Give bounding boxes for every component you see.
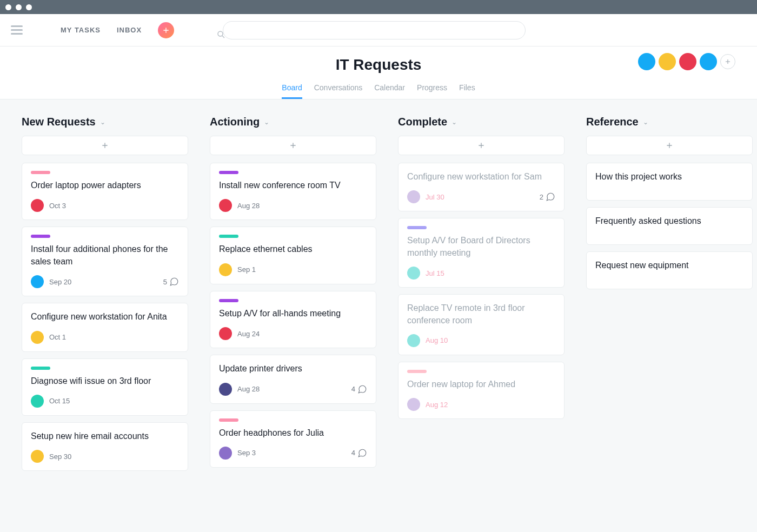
task-card[interactable]: Order laptop power adaptersOct 3 — [22, 163, 188, 220]
card-tag — [407, 370, 427, 373]
card-footer: Aug 28 — [219, 199, 367, 212]
svg-point-0 — [218, 31, 223, 36]
traffic-light-close[interactable] — [5, 4, 11, 10]
card-footer: Oct 1 — [31, 331, 179, 344]
add-card-button[interactable] — [22, 136, 188, 155]
add-member-button[interactable] — [720, 54, 735, 69]
assignee-avatar[interactable] — [407, 190, 420, 203]
card-title: Replace TV remote in 3rd floor conferenc… — [407, 302, 555, 327]
column-header[interactable]: Reference⌄ — [586, 116, 753, 128]
comment-icon — [169, 277, 179, 287]
chevron-down-icon: ⌄ — [100, 118, 105, 126]
project-tabs: BoardConversationsCalendarProgressFiles — [0, 83, 757, 99]
due-date: Jul 15 — [426, 269, 444, 277]
card-footer: Sep 1 — [219, 263, 367, 276]
nav-inbox[interactable]: INBOX — [117, 26, 142, 34]
card-title: Order new laptop for Ahmed — [407, 378, 555, 390]
task-card[interactable]: How this project works — [586, 163, 753, 201]
assignee-avatar[interactable] — [31, 450, 44, 463]
card-title: Configure new workstation for Sam — [407, 171, 555, 183]
top-nav-bar: MY TASKS INBOX — [0, 14, 757, 46]
task-card[interactable]: Configure new workstation for SamJul 302 — [398, 163, 565, 211]
search-input[interactable] — [223, 21, 526, 39]
member-avatar[interactable] — [679, 53, 696, 70]
add-card-button[interactable] — [398, 136, 565, 155]
member-avatar[interactable] — [700, 53, 717, 70]
assignee-avatar[interactable] — [219, 447, 232, 460]
column-header[interactable]: Actioning⌄ — [210, 116, 376, 128]
tab-progress[interactable]: Progress — [417, 83, 447, 99]
task-card[interactable]: Install four additional phones for the s… — [22, 227, 188, 296]
column: Actioning⌄Install new conference room TV… — [210, 116, 376, 474]
assignee-avatar[interactable] — [31, 331, 44, 344]
card-footer: Sep 205 — [31, 275, 179, 288]
assignee-avatar[interactable] — [407, 398, 420, 411]
column-title: Actioning — [210, 116, 260, 128]
chevron-down-icon: ⌄ — [451, 118, 457, 126]
task-card[interactable]: Install new conference room TVAug 28 — [210, 163, 376, 220]
card-title: Update printer drivers — [219, 363, 367, 375]
traffic-light-minimize[interactable] — [16, 4, 22, 10]
task-card[interactable]: Diagnose wifi issue on 3rd floorOct 15 — [22, 358, 188, 416]
due-date: Aug 12 — [426, 401, 448, 409]
add-card-button[interactable] — [210, 136, 376, 155]
due-date: Aug 10 — [426, 336, 448, 344]
column-header[interactable]: Complete⌄ — [398, 116, 565, 128]
assignee-avatar[interactable] — [407, 267, 420, 280]
card-tag — [407, 226, 427, 229]
task-card[interactable]: Configure new workstation for AnitaOct 1 — [22, 303, 188, 351]
card-footer: Jul 302 — [407, 190, 555, 203]
assignee-avatar[interactable] — [407, 334, 420, 347]
member-avatar[interactable] — [659, 53, 676, 70]
assignee-avatar[interactable] — [31, 199, 44, 212]
traffic-light-zoom[interactable] — [26, 4, 32, 10]
member-avatar[interactable] — [638, 53, 655, 70]
comment-count[interactable]: 2 — [540, 192, 555, 202]
tab-files[interactable]: Files — [459, 83, 475, 99]
task-card[interactable]: Setup A/V for Board of Directors monthly… — [398, 218, 565, 288]
tab-calendar[interactable]: Calendar — [374, 83, 405, 99]
comment-count[interactable]: 5 — [163, 277, 179, 287]
task-card[interactable]: Setup A/V for all-hands meetingAug 24 — [210, 291, 376, 348]
card-tag — [219, 418, 238, 422]
assignee-avatar[interactable] — [219, 199, 232, 212]
assignee-avatar[interactable] — [219, 263, 232, 276]
comment-count[interactable]: 4 — [351, 448, 367, 458]
task-card[interactable]: Setup new hire email accountsSep 30 — [22, 422, 188, 471]
add-card-button[interactable] — [586, 136, 753, 155]
comment-number: 4 — [351, 449, 355, 457]
assignee-avatar[interactable] — [31, 395, 44, 408]
tab-conversations[interactable]: Conversations — [314, 83, 363, 99]
task-card[interactable]: Order headphones for JuliaSep 34 — [210, 410, 376, 468]
global-add-button[interactable] — [158, 22, 174, 38]
card-title: Order headphones for Julia — [219, 427, 367, 439]
plus-icon — [162, 26, 170, 35]
card-title: How this project works — [595, 171, 743, 183]
task-card[interactable]: Replace TV remote in 3rd floor conferenc… — [398, 294, 565, 355]
card-footer: Aug 284 — [219, 383, 367, 396]
task-card[interactable]: Order new laptop for AhmedAug 12 — [398, 362, 565, 419]
comment-count[interactable]: 4 — [351, 384, 367, 394]
card-footer: Jul 15 — [407, 267, 555, 280]
comment-icon — [357, 448, 367, 458]
column-header[interactable]: New Requests⌄ — [22, 116, 188, 128]
menu-toggle[interactable] — [11, 25, 23, 35]
card-title: Order laptop power adapters — [31, 179, 179, 191]
svg-line-1 — [222, 36, 224, 38]
plus-icon — [289, 141, 297, 150]
card-footer: Oct 3 — [31, 199, 179, 212]
tab-board[interactable]: Board — [282, 83, 302, 99]
project-header: IT Requests BoardConversationsCalendarPr… — [0, 46, 757, 99]
due-date: Aug 28 — [237, 202, 260, 210]
assignee-avatar[interactable] — [31, 275, 44, 288]
assignee-avatar[interactable] — [219, 327, 232, 340]
comment-number: 4 — [351, 385, 355, 393]
assignee-avatar[interactable] — [219, 383, 232, 396]
nav-my-tasks[interactable]: MY TASKS — [61, 26, 101, 34]
chevron-down-icon: ⌄ — [264, 118, 269, 126]
task-card[interactable]: Update printer driversAug 284 — [210, 355, 376, 403]
chevron-down-icon: ⌄ — [643, 118, 648, 126]
task-card[interactable]: Request new equipment — [586, 251, 753, 289]
task-card[interactable]: Frequently asked questions — [586, 207, 753, 245]
task-card[interactable]: Replace ethernet cablesSep 1 — [210, 227, 376, 284]
